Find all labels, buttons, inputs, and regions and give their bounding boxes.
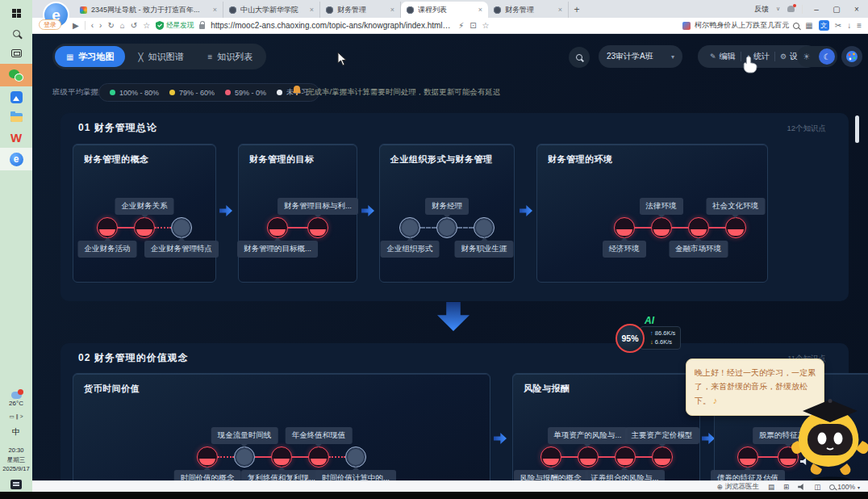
page-scrollbar-thumb[interactable] bbox=[855, 115, 859, 143]
translate-icon[interactable]: 文 bbox=[819, 20, 829, 31]
omnibox-search-text[interactable]: 柯尔鸭身价从上万跌至几百元 bbox=[695, 20, 789, 31]
ai-percent-ring[interactable]: 95% bbox=[616, 324, 645, 353]
theme-toggle[interactable]: ☀ ☾ bbox=[797, 46, 837, 67]
knowledge-node[interactable]: 法律环境 bbox=[651, 217, 672, 238]
resume-icon[interactable]: ▶ bbox=[73, 21, 79, 30]
history-icon[interactable]: ↺ bbox=[131, 21, 137, 30]
screenshot-icon[interactable]: ⊡ bbox=[469, 21, 476, 30]
taskbar-wps-button[interactable]: W bbox=[0, 128, 32, 147]
node-label[interactable]: 企业财务关系 bbox=[115, 198, 174, 215]
taskbar-search-button[interactable] bbox=[0, 23, 32, 43]
browser-tab-2[interactable]: 中山大学新华学院 × bbox=[223, 2, 320, 18]
tab-knowledge-list[interactable]: ≡ 知识列表 bbox=[196, 46, 264, 67]
knowledge-node[interactable]: 企业财务管理特点 bbox=[171, 217, 192, 238]
node-label[interactable]: 企业组织形式 bbox=[381, 241, 440, 258]
moon-icon[interactable]: ☾ bbox=[819, 48, 835, 65]
extensions-button[interactable]: ⊞ bbox=[783, 483, 789, 491]
node-label[interactable]: 主要资产定价模型 bbox=[625, 427, 699, 444]
home-icon[interactable]: ⌂ bbox=[120, 21, 125, 30]
node-label[interactable]: 现金流量时间线 bbox=[211, 427, 278, 444]
reload-icon[interactable]: ↻ bbox=[107, 21, 114, 30]
browser-doctor-button[interactable]: ⊕ 浏览器医生 bbox=[716, 482, 759, 492]
taskbar-file-explorer-button[interactable] bbox=[0, 107, 32, 127]
mute-button[interactable] bbox=[798, 484, 805, 490]
login-button[interactable]: 登录 bbox=[39, 19, 61, 30]
taskbar-browser-button[interactable]: e bbox=[0, 148, 32, 170]
minimize-button[interactable]: – bbox=[810, 5, 823, 14]
notification-center-icon[interactable] bbox=[10, 480, 22, 489]
taskbar-clock[interactable]: 20:30 星期三 2025/9/17 bbox=[2, 446, 29, 473]
assistant-mascot[interactable] bbox=[782, 399, 868, 480]
tab-close-icon[interactable]: × bbox=[478, 6, 482, 14]
omnibox-search[interactable]: 柯尔鸭身价从上万跌至几百元 bbox=[682, 20, 799, 31]
close-button[interactable]: × bbox=[850, 5, 863, 14]
knowledge-node[interactable]: 财务经理 bbox=[436, 217, 457, 238]
node-label[interactable]: 法律环境 bbox=[640, 198, 683, 215]
knowledge-node[interactable]: 财务职业生涯 bbox=[474, 217, 495, 238]
node-label[interactable]: 风险与报酬的概念 bbox=[514, 470, 588, 480]
maximize-button[interactable]: ▢ bbox=[830, 5, 843, 14]
class-selector[interactable]: 23审计学A班 ▾ bbox=[599, 45, 682, 68]
knowledge-node[interactable]: 债券的特征及估值 bbox=[737, 447, 758, 468]
node-label[interactable]: 财务管理的目标概... bbox=[237, 241, 318, 258]
node-label[interactable]: 金融市场环境 bbox=[669, 241, 728, 258]
favorites-icon[interactable]: ☆ bbox=[143, 21, 150, 30]
ai-assistant-widget[interactable]: 95% AI ↑ 86.6K/s ↓ 6.6K/s bbox=[616, 315, 720, 354]
taskbar-docs-app-button[interactable] bbox=[0, 87, 32, 107]
node-label[interactable]: 企业财务管理特点 bbox=[144, 241, 219, 258]
chapter-card[interactable]: 财务管理的环境 经济环境 法律环境 金融市场环境 bbox=[536, 144, 768, 283]
chapter-card[interactable]: 财务管理的目标 财务管理的目标概... 财务管理目标与利... bbox=[238, 144, 357, 283]
node-label[interactable]: 社会文化环境 bbox=[706, 198, 765, 215]
knowledge-node[interactable]: 金融市场环境 bbox=[688, 217, 709, 238]
knowledge-node[interactable]: 企业财务活动 bbox=[97, 217, 118, 238]
browser-tab-4-active[interactable]: 课程列表 × bbox=[401, 2, 488, 18]
task-view-button[interactable] bbox=[0, 44, 32, 63]
split-view-button[interactable]: ◫ bbox=[814, 483, 820, 491]
scissors-icon[interactable]: ✂ bbox=[835, 21, 841, 30]
knowledge-node[interactable]: 现金流量时间线 bbox=[234, 447, 255, 468]
url-text[interactable]: https://mooc2-ans.chaoxing.com/topic-ans… bbox=[211, 21, 453, 30]
back-icon[interactable]: ‹ bbox=[91, 21, 94, 30]
apps-grid-icon[interactable]: ▦ bbox=[805, 21, 812, 30]
feedback-caret-icon[interactable]: ∨ bbox=[776, 6, 780, 12]
knowledge-node[interactable]: 企业财务关系 bbox=[134, 217, 155, 238]
security-badge[interactable]: 经星发现 bbox=[156, 21, 194, 31]
node-label[interactable]: 时间价值计算中的... bbox=[315, 470, 396, 480]
tab-close-icon[interactable]: × bbox=[558, 6, 562, 14]
knowledge-node[interactable]: 财务管理目标与利... bbox=[307, 217, 328, 238]
tab-close-icon[interactable]: × bbox=[213, 6, 217, 14]
node-label[interactable]: 财务经理 bbox=[425, 198, 469, 215]
knowledge-node[interactable]: 时间价值的概念 bbox=[197, 447, 218, 468]
knowledge-node[interactable]: 社会文化环境 bbox=[725, 217, 746, 238]
weather-widget[interactable]: 26°C bbox=[9, 392, 23, 407]
theme-palette-button[interactable] bbox=[841, 46, 862, 67]
lightning-icon[interactable]: ⚡ bbox=[458, 21, 464, 30]
input-method-indicator[interactable]: 中 bbox=[12, 426, 20, 438]
tab-knowledge-graph[interactable]: ╳ 知识图谱 bbox=[127, 46, 194, 67]
tab-close-icon[interactable]: × bbox=[390, 6, 394, 14]
chapter-card[interactable]: 货币时间价值 时间价值的概念 现金流量时间线 复利终 bbox=[73, 373, 490, 480]
browser-tab-5[interactable]: 财务管理 × bbox=[488, 2, 569, 18]
system-tray[interactable]: ▭ ∥ > bbox=[9, 413, 23, 420]
zoom-control[interactable]: 100% ▾ bbox=[829, 483, 860, 491]
new-tab-button[interactable]: + bbox=[569, 2, 585, 18]
browser-tab-1[interactable]: 2345网址导航 - 致力于打造百年... × bbox=[74, 2, 223, 18]
bookmark-star-icon[interactable]: ☆ bbox=[482, 21, 490, 30]
node-label[interactable]: 时间价值的概念 bbox=[174, 470, 241, 480]
node-label[interactable]: 债券的特征及估值 bbox=[711, 470, 785, 480]
chapter-card[interactable]: 企业组织形式与财务管理 企业组织形式 财务经理 财务 bbox=[379, 144, 515, 283]
taskbar-wechat-button[interactable] bbox=[0, 64, 32, 86]
node-label[interactable]: 证券组合的风险与... bbox=[585, 470, 666, 480]
node-label[interactable]: 复利终值和复利现... bbox=[241, 470, 322, 480]
node-label[interactable]: 年金终值和现值 bbox=[286, 427, 353, 444]
windows-start-button[interactable] bbox=[0, 3, 32, 23]
knowledge-node[interactable]: 财务管理的目标概... bbox=[267, 217, 288, 238]
search-icon[interactable] bbox=[793, 23, 799, 29]
node-label[interactable]: 企业财务活动 bbox=[78, 241, 137, 258]
node-label[interactable]: 财务管理目标与利... bbox=[278, 198, 358, 215]
knowledge-node[interactable]: 年金终值和现值 bbox=[308, 447, 329, 468]
node-label[interactable]: 经济环境 bbox=[603, 241, 646, 258]
tab-close-icon[interactable]: × bbox=[310, 6, 314, 14]
chapter-card[interactable]: 财务管理的概念 企业财务活动 企业财务关系 企业财务 bbox=[73, 144, 216, 283]
menu-icon[interactable]: ≡ bbox=[857, 21, 862, 30]
